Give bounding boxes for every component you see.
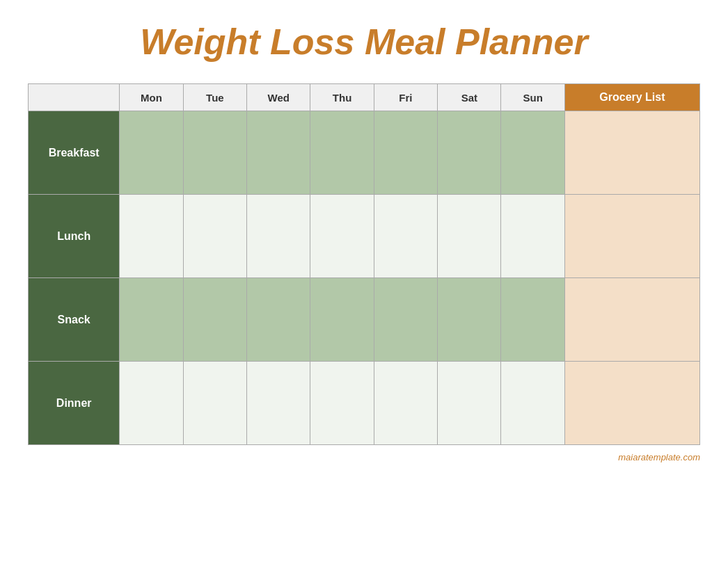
lunch-fri[interactable] xyxy=(374,195,437,278)
lunch-sun[interactable] xyxy=(501,195,564,278)
snack-sun[interactable] xyxy=(501,278,564,362)
header-fri: Fri xyxy=(374,84,437,111)
header-sat: Sat xyxy=(438,84,501,111)
snack-tue[interactable] xyxy=(183,278,246,362)
snack-label: Snack xyxy=(29,278,120,362)
dinner-label: Dinner xyxy=(29,362,120,445)
dinner-sun[interactable] xyxy=(501,362,564,445)
snack-mon[interactable] xyxy=(120,278,183,362)
dinner-fri[interactable] xyxy=(374,362,437,445)
page-title: Weight Loss Meal Planner xyxy=(28,21,700,63)
dinner-row: Dinner xyxy=(29,362,700,445)
breakfast-sat[interactable] xyxy=(438,111,501,195)
corner-cell xyxy=(29,84,120,111)
lunch-thu[interactable] xyxy=(310,195,374,278)
dinner-sat[interactable] xyxy=(438,362,501,445)
dinner-wed[interactable] xyxy=(247,362,310,445)
meal-planner-table: Mon Tue Wed Thu Fri Sat Sun Grocery List… xyxy=(28,83,700,445)
breakfast-thu[interactable] xyxy=(310,111,374,195)
lunch-grocery[interactable] xyxy=(564,195,699,278)
lunch-label: Lunch xyxy=(29,195,120,278)
watermark: maiaratemplate.com xyxy=(28,452,700,462)
header-mon: Mon xyxy=(120,84,183,111)
snack-wed[interactable] xyxy=(247,278,310,362)
lunch-mon[interactable] xyxy=(120,195,183,278)
breakfast-tue[interactable] xyxy=(183,111,246,195)
snack-thu[interactable] xyxy=(310,278,374,362)
header-sun: Sun xyxy=(501,84,564,111)
header-thu: Thu xyxy=(310,84,374,111)
breakfast-grocery[interactable] xyxy=(564,111,699,195)
grocery-list-header: Grocery List xyxy=(564,84,699,111)
lunch-row: Lunch xyxy=(29,195,700,278)
snack-row: Snack xyxy=(29,278,700,362)
lunch-wed[interactable] xyxy=(247,195,310,278)
snack-fri[interactable] xyxy=(374,278,437,362)
dinner-mon[interactable] xyxy=(120,362,183,445)
breakfast-fri[interactable] xyxy=(374,111,437,195)
breakfast-wed[interactable] xyxy=(247,111,310,195)
header-tue: Tue xyxy=(183,84,246,111)
dinner-thu[interactable] xyxy=(310,362,374,445)
breakfast-mon[interactable] xyxy=(120,111,183,195)
header-wed: Wed xyxy=(247,84,310,111)
breakfast-label: Breakfast xyxy=(29,111,120,195)
lunch-tue[interactable] xyxy=(183,195,246,278)
dinner-tue[interactable] xyxy=(183,362,246,445)
lunch-sat[interactable] xyxy=(438,195,501,278)
breakfast-sun[interactable] xyxy=(501,111,564,195)
snack-sat[interactable] xyxy=(438,278,501,362)
snack-grocery[interactable] xyxy=(564,278,699,362)
header-row: Mon Tue Wed Thu Fri Sat Sun Grocery List xyxy=(29,84,700,111)
dinner-grocery[interactable] xyxy=(564,362,699,445)
breakfast-row: Breakfast xyxy=(29,111,700,195)
